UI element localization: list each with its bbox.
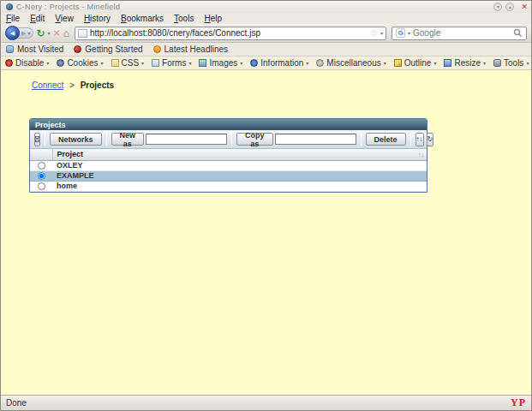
close-icon[interactable]: ✕ <box>521 3 528 11</box>
outline-icon <box>394 59 402 67</box>
devbar-information[interactable]: Information▾ <box>250 58 308 68</box>
devbar-resize[interactable]: Resize▾ <box>444 58 486 68</box>
menu-view[interactable]: View <box>55 14 74 23</box>
yp-badge: YP <box>511 396 526 409</box>
back-button[interactable]: ◀ <box>5 26 20 40</box>
url-bar[interactable]: ☆ ▾ <box>75 27 386 40</box>
devbar-cookies[interactable]: Cookies▾ <box>57 58 103 68</box>
table-row[interactable]: EXAMPLE <box>30 170 427 181</box>
bookmark-star-icon[interactable]: ☆ <box>370 28 378 38</box>
bookmark-getting-started[interactable]: Getting Started <box>74 45 142 54</box>
project-name: home <box>52 181 415 191</box>
menu-bookmarks[interactable]: Bookmarks <box>121 14 164 23</box>
toolbar-separator <box>361 134 362 146</box>
browser-window: C-Nery : Projects - Minefield ▾ ▴ ✕ File… <box>0 0 532 411</box>
bookmark-label: Getting Started <box>85 45 142 54</box>
bookmark-label: Latest Headlines <box>164 45 229 54</box>
resize-icon <box>444 59 451 67</box>
toolbar-separator <box>45 134 45 146</box>
chevron-down-icon: ▾ <box>240 60 242 66</box>
reload-button[interactable]: ↻ <box>36 28 45 39</box>
breadcrumb-connect-link[interactable]: Connect <box>32 80 63 90</box>
search-engine-dropdown-icon[interactable]: ▾ <box>408 30 410 36</box>
bookmarks-toolbar: Most Visited Getting Started Latest Head… <box>1 43 531 57</box>
forms-icon <box>152 59 159 67</box>
chevron-down-icon: ▾ <box>433 60 436 66</box>
project-name: OXLEY <box>52 160 415 170</box>
reload-dropdown-icon[interactable]: ▾ <box>47 30 50 36</box>
chevron-down-icon: ▾ <box>306 60 308 66</box>
toolbar-separator <box>231 134 232 146</box>
tools-icon <box>493 59 501 67</box>
devbar-forms[interactable]: Forms▾ <box>152 58 191 68</box>
table-row[interactable]: home <box>30 181 427 191</box>
chevron-down-icon: ▾ <box>188 60 191 66</box>
google-engine-icon[interactable]: G <box>396 28 405 38</box>
web-developer-toolbar: Disable▾ Cookies▾ CSS▾ Forms▾ Images▾ In… <box>1 57 531 70</box>
menu-bar: File Edit View History Bookmarks Tools H… <box>1 13 531 24</box>
maximize-icon[interactable]: ▴ <box>505 3 514 11</box>
panel-title: Projects <box>35 121 66 129</box>
devbar-images[interactable]: Images▾ <box>199 58 242 68</box>
projects-panel: Projects Networks New as Copy as Delete … <box>29 118 427 193</box>
chevron-down-icon: ▾ <box>526 60 529 66</box>
cookies-icon <box>57 59 64 67</box>
chevron-down-icon: ▾ <box>101 60 104 66</box>
minimize-icon[interactable]: ▾ <box>493 3 502 11</box>
new-as-button[interactable]: New as <box>111 133 145 146</box>
column-sort-icon[interactable]: ↑↓ <box>415 149 427 160</box>
page-content: Connect > Projects Projects Networks New… <box>1 70 531 395</box>
detach-button[interactable] <box>34 133 40 146</box>
disable-icon <box>5 59 13 67</box>
radio-column-header <box>30 149 52 160</box>
project-radio[interactable] <box>38 162 45 170</box>
css-icon <box>111 59 119 67</box>
sort-button[interactable]: ↑↓ <box>415 133 424 146</box>
copy-as-input[interactable] <box>275 134 356 145</box>
navigation-toolbar: ◀ ▶▾ ↻ ▾ ⨯ ⌂ ☆ ▾ G ▾ <box>1 24 531 43</box>
menu-tools[interactable]: Tools <box>174 14 194 23</box>
stop-button[interactable]: ⨯ <box>52 27 60 39</box>
devbar-outline[interactable]: Outline▾ <box>394 58 437 68</box>
copy-as-button[interactable]: Copy as <box>236 133 273 146</box>
url-input[interactable] <box>90 28 368 38</box>
search-icon[interactable] <box>513 28 523 38</box>
most-visited-icon <box>6 45 14 53</box>
devbar-disable[interactable]: Disable▾ <box>5 58 49 68</box>
title-bar: C-Nery : Projects - Minefield ▾ ▴ ✕ <box>1 1 531 13</box>
project-radio[interactable] <box>38 172 45 180</box>
latest-headlines-icon <box>153 45 161 53</box>
devbar-miscellaneous[interactable]: Miscellaneous▾ <box>316 58 386 68</box>
site-favicon <box>78 29 87 38</box>
home-button[interactable]: ⌂ <box>63 28 69 39</box>
chevron-down-icon: ▾ <box>46 60 49 66</box>
project-radio[interactable] <box>38 182 45 190</box>
panel-toolbar: Networks New as Copy as Delete ↑↓ ↻ <box>30 130 427 149</box>
status-bar: Done YP <box>1 395 531 410</box>
project-column-header[interactable]: Project <box>52 149 415 160</box>
chevron-down-icon: ▾ <box>141 60 144 66</box>
networks-button[interactable]: Networks <box>50 133 102 146</box>
search-input[interactable] <box>413 28 511 38</box>
new-as-input[interactable] <box>146 134 227 145</box>
url-dropdown-icon[interactable]: ▾ <box>380 30 383 36</box>
delete-button[interactable]: Delete <box>366 133 406 146</box>
table-row[interactable]: OXLEY <box>30 160 427 170</box>
refresh-button[interactable]: ↻ <box>427 133 434 146</box>
breadcrumb: Connect > Projects <box>32 80 114 90</box>
search-box[interactable]: G ▾ <box>392 27 527 40</box>
bookmark-most-visited[interactable]: Most Visited <box>6 45 63 54</box>
devbar-css[interactable]: CSS▾ <box>111 58 145 68</box>
images-icon <box>199 59 206 67</box>
toolbar-separator <box>410 134 411 146</box>
information-icon <box>250 59 258 67</box>
menu-edit[interactable]: Edit <box>30 14 45 23</box>
forward-dropdown-icon[interactable]: ▾ <box>27 30 30 36</box>
menu-help[interactable]: Help <box>204 14 222 23</box>
breadcrumb-current: Projects <box>81 80 114 90</box>
app-icon <box>6 3 13 10</box>
bookmark-latest-headlines[interactable]: Latest Headlines <box>153 45 229 54</box>
menu-file[interactable]: File <box>6 14 20 23</box>
menu-history[interactable]: History <box>84 14 111 23</box>
devbar-tools[interactable]: Tools▾ <box>493 58 529 68</box>
